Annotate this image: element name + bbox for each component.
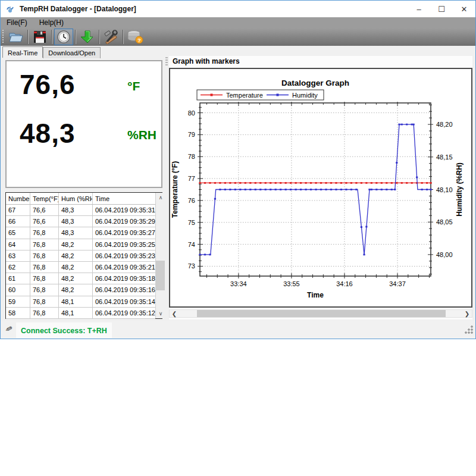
database-help-icon: ?: [126, 29, 144, 45]
close-button[interactable]: ✕: [453, 1, 475, 17]
menu-item-filef[interactable]: File(F): [1, 17, 33, 28]
table-cell: 63: [6, 250, 30, 261]
toolbar-grip[interactable]: [2, 30, 5, 44]
database-help-button[interactable]: ?: [126, 29, 145, 45]
table-scrollbar[interactable]: ∧ ∨: [155, 193, 165, 318]
y-left-tick-label: 80: [188, 109, 195, 117]
x-tick-label: 34:37: [389, 280, 406, 287]
table-row[interactable]: 6476,848,206.04.2019 09:35:25: [6, 239, 155, 250]
download-button[interactable]: [78, 29, 97, 45]
column-header[interactable]: Number: [6, 193, 30, 204]
table-cell: 60: [6, 284, 30, 295]
y-right-tick-label: 48,15: [436, 154, 453, 161]
x-axis-title: Time: [307, 291, 324, 299]
toolbar-separator: [99, 30, 100, 44]
readout-panel: 76,6 °F 48,3 %RH: [5, 60, 162, 188]
log-table: NumberTemp(°F)Hum (%RH)Time 6776,648,306…: [5, 192, 162, 319]
table-cell: 76,8: [30, 296, 59, 307]
tools-button[interactable]: [102, 29, 121, 45]
y-left-tick-label: 77: [188, 175, 195, 182]
table-cell: 06.04.2019 09:35:12: [93, 308, 155, 318]
table-row[interactable]: 5976,848,106.04.2019 09:35:14: [6, 296, 155, 308]
svg-text:?: ?: [137, 37, 141, 43]
minimize-button[interactable]: –: [408, 1, 430, 17]
column-header[interactable]: Time: [93, 193, 155, 204]
tab-real-time[interactable]: Real-Time: [2, 46, 43, 58]
save-button[interactable]: [30, 29, 49, 45]
graph-panel-header: Graph with markers: [169, 56, 472, 67]
scroll-left-icon[interactable]: ❮: [170, 310, 179, 317]
resize-grip-icon[interactable]: [465, 325, 473, 334]
toolbar-separator: [51, 30, 52, 44]
y-right-tick-label: 48,20: [436, 121, 453, 128]
log-table-main: NumberTemp(°F)Hum (%RH)Time 6776,648,306…: [6, 193, 155, 318]
table-cell: 76,8: [30, 308, 59, 318]
table-cell: 06.04.2019 09:35:16: [93, 284, 155, 295]
table-header-row: NumberTemp(°F)Hum (%RH)Time: [6, 193, 155, 205]
y-left-tick-label: 78: [188, 153, 195, 160]
clock-icon: [57, 30, 71, 44]
table-row[interactable]: 6176,848,206.04.2019 09:35:18: [6, 273, 155, 284]
table-cell: 48,2: [59, 273, 93, 284]
app-window: TempRH Datalogger - [Datalogger] – ☐ ✕ F…: [0, 0, 476, 339]
table-row[interactable]: 6676,648,306.04.2019 09:35:29: [6, 216, 155, 227]
open-file-icon: [8, 30, 24, 44]
menu-bar: File(F)Help(H): [1, 17, 475, 28]
column-header[interactable]: Hum (%RH): [59, 193, 93, 204]
chart-area: Datalogger Graph33:3433:5534:1634:377374…: [169, 68, 472, 308]
table-cell: 67: [6, 205, 30, 215]
temperature-unit: °F: [127, 79, 140, 93]
table-cell: 76,8: [30, 227, 59, 238]
table-row[interactable]: 6576,848,306.04.2019 09:35:27: [6, 227, 155, 239]
y-left-axis-title: Temperature (°F): [171, 161, 179, 218]
y-right-tick-label: 48,00: [436, 251, 453, 258]
table-cell: 76,8: [30, 250, 59, 261]
graph-scroll-track[interactable]: [179, 310, 462, 317]
panel-grip: [165, 57, 168, 67]
table-scroll-track[interactable]: [155, 202, 165, 309]
y-right-tick-label: 48,05: [436, 218, 453, 226]
table-cell: 76,8: [30, 273, 59, 284]
clock-button[interactable]: [54, 29, 73, 45]
x-tick-label: 34:16: [336, 280, 353, 287]
table-cell: 06.04.2019 09:35:29: [93, 216, 155, 227]
save-icon: [33, 30, 47, 44]
humidity-unit: %RH: [127, 128, 156, 142]
tab-download-open[interactable]: Download/Open: [43, 47, 101, 58]
table-cell: 61: [6, 273, 30, 284]
table-row[interactable]: 5876,848,106.04.2019 09:35:12: [6, 308, 155, 319]
table-row[interactable]: 6076,848,206.04.2019 09:35:16: [6, 284, 155, 296]
table-cell: 62: [6, 262, 30, 273]
window-controls: – ☐ ✕: [408, 1, 475, 17]
scroll-right-icon[interactable]: ❯: [462, 310, 472, 317]
datalogger-chart: Datalogger Graph33:3433:5534:1634:377374…: [169, 68, 472, 308]
table-cell: 48,1: [59, 308, 93, 318]
table-row[interactable]: 6376,848,206.04.2019 09:35:23: [6, 250, 155, 262]
window-title: TempRH Datalogger - [Datalogger]: [20, 5, 136, 13]
y-left-tick-label: 75: [188, 219, 195, 226]
open-file-button[interactable]: [7, 29, 26, 45]
legend-label: Temperature: [226, 92, 263, 99]
status-bar: ✎ Connect Success: T+RH: [1, 321, 475, 339]
graph-scroll-thumb[interactable]: [197, 310, 446, 317]
y-left-tick-label: 79: [188, 131, 195, 138]
table-cell: 48,1: [59, 296, 93, 307]
app-logo-icon: [5, 4, 15, 14]
menu-item-helph[interactable]: Help(H): [33, 17, 70, 28]
table-row[interactable]: 6776,648,306.04.2019 09:35:31: [6, 205, 155, 216]
scroll-up-icon[interactable]: ∧: [155, 193, 165, 202]
table-cell: 66: [6, 216, 30, 227]
table-cell: 48,3: [59, 205, 93, 215]
table-cell: 48,2: [59, 250, 93, 261]
maximize-button[interactable]: ☐: [430, 1, 453, 17]
graph-scrollbar[interactable]: ❮ ❯: [169, 309, 472, 318]
table-scroll-thumb[interactable]: [156, 261, 165, 290]
tab-strip: Real-TimeDownload/Open: [2, 47, 101, 58]
scroll-down-icon[interactable]: ∨: [155, 309, 165, 318]
chart-title: Datalogger Graph: [281, 79, 349, 87]
column-header[interactable]: Temp(°F): [30, 193, 59, 204]
download-icon: [80, 30, 95, 44]
table-cell: 06.04.2019 09:35:23: [93, 250, 155, 261]
temperature-value: 76,6: [20, 68, 76, 101]
table-row[interactable]: 6276,848,206.04.2019 09:35:21: [6, 262, 155, 273]
